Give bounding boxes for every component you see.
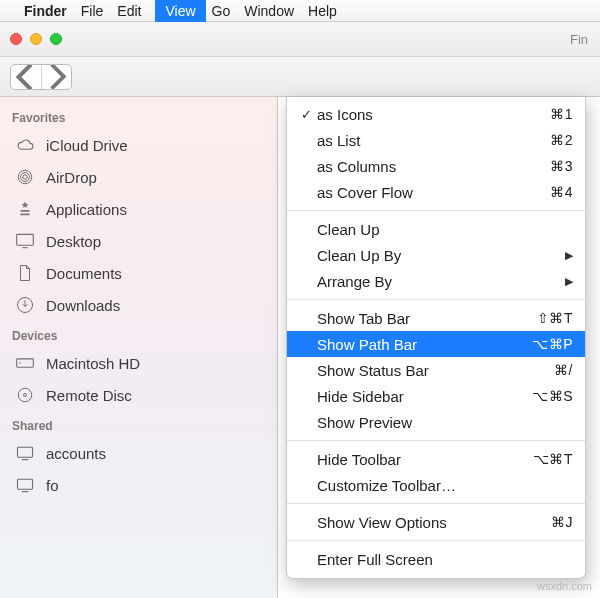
menu-item-label: Show View Options bbox=[315, 514, 551, 531]
sidebar-item-icloud-drive[interactable]: iCloud Drive bbox=[0, 129, 277, 161]
window-titlebar: Fin bbox=[0, 22, 600, 57]
menu-item-label: Hide Sidebar bbox=[315, 388, 532, 405]
sidebar-item-label: Downloads bbox=[46, 297, 120, 314]
menu-item-show-tab-bar[interactable]: Show Tab Bar ⇧⌘T bbox=[287, 305, 585, 331]
sidebar-item-label: accounts bbox=[46, 445, 106, 462]
sidebar-item-remote-disc[interactable]: Remote Disc bbox=[0, 379, 277, 411]
toolbar bbox=[0, 57, 600, 97]
forward-button[interactable] bbox=[41, 65, 71, 89]
menu-item-label: Show Path Bar bbox=[315, 336, 532, 353]
menubar: Finder File Edit View Go Window Help bbox=[0, 0, 600, 22]
menu-separator bbox=[287, 210, 585, 211]
menu-separator bbox=[287, 503, 585, 504]
sidebar-item-label: Documents bbox=[46, 265, 122, 282]
sidebar-item-label: Macintosh HD bbox=[46, 355, 140, 372]
sidebar-item-desktop[interactable]: Desktop bbox=[0, 225, 277, 257]
menu-window[interactable]: Window bbox=[244, 3, 294, 19]
menu-edit[interactable]: Edit bbox=[117, 3, 141, 19]
menu-item-shortcut: ⌘4 bbox=[550, 184, 573, 200]
menu-item-shortcut: ⌘1 bbox=[550, 106, 573, 122]
titlebar-text-partial: Fin bbox=[570, 32, 590, 47]
svg-point-1 bbox=[21, 173, 30, 182]
menu-item-hide-sidebar[interactable]: Hide Sidebar ⌥⌘S bbox=[287, 383, 585, 409]
menu-item-as-list[interactable]: as List ⌘2 bbox=[287, 127, 585, 153]
menu-item-label: Customize Toolbar… bbox=[315, 477, 573, 494]
submenu-arrow-icon: ▶ bbox=[565, 249, 573, 262]
disc-icon bbox=[14, 385, 36, 405]
server-icon bbox=[14, 475, 36, 495]
sidebar-item-label: Remote Disc bbox=[46, 387, 132, 404]
menu-item-as-icons[interactable]: ✓ as Icons ⌘1 bbox=[287, 101, 585, 127]
close-button[interactable] bbox=[10, 33, 22, 45]
hd-icon bbox=[14, 353, 36, 373]
menu-item-clean-up-by[interactable]: Clean Up By ▶ bbox=[287, 242, 585, 268]
watermark: wsxdn.com bbox=[537, 580, 592, 592]
traffic-lights bbox=[10, 33, 62, 45]
applications-icon bbox=[14, 199, 36, 219]
menu-item-label: Show Status Bar bbox=[315, 362, 554, 379]
menu-item-shortcut: ⌥⌘P bbox=[532, 336, 573, 352]
menu-item-label: Enter Full Screen bbox=[315, 551, 573, 568]
svg-point-7 bbox=[18, 388, 32, 402]
menu-file[interactable]: File bbox=[81, 3, 104, 19]
menu-item-arrange-by[interactable]: Arrange By ▶ bbox=[287, 268, 585, 294]
nav-segment bbox=[10, 64, 72, 90]
menu-item-as-columns[interactable]: as Columns ⌘3 bbox=[287, 153, 585, 179]
menu-item-show-status-bar[interactable]: Show Status Bar ⌘/ bbox=[287, 357, 585, 383]
menu-item-show-view-options[interactable]: Show View Options ⌘J bbox=[287, 509, 585, 535]
menu-view[interactable]: View bbox=[155, 0, 205, 22]
menu-item-label: Show Preview bbox=[315, 414, 573, 431]
sidebar-item-accounts[interactable]: accounts bbox=[0, 437, 277, 469]
sidebar-item-label: AirDrop bbox=[46, 169, 97, 186]
minimize-button[interactable] bbox=[30, 33, 42, 45]
menu-item-customize-toolbar[interactable]: Customize Toolbar… bbox=[287, 472, 585, 498]
menu-item-show-preview[interactable]: Show Preview bbox=[287, 409, 585, 435]
menu-item-shortcut: ⌘J bbox=[551, 514, 573, 530]
menu-item-label: Clean Up By bbox=[315, 247, 559, 264]
menu-item-shortcut: ⌘2 bbox=[550, 132, 573, 148]
menu-item-shortcut: ⌥⌘S bbox=[532, 388, 573, 404]
airdrop-icon bbox=[14, 167, 36, 187]
menu-item-shortcut: ⌘/ bbox=[554, 362, 573, 378]
sidebar-item-airdrop[interactable]: AirDrop bbox=[0, 161, 277, 193]
menu-item-label: as Cover Flow bbox=[315, 184, 550, 201]
sidebar-item-applications[interactable]: Applications bbox=[0, 193, 277, 225]
menu-item-shortcut: ⇧⌘T bbox=[537, 310, 573, 326]
menu-item-label: Arrange By bbox=[315, 273, 559, 290]
menu-item-clean-up[interactable]: Clean Up bbox=[287, 216, 585, 242]
zoom-button[interactable] bbox=[50, 33, 62, 45]
menu-help[interactable]: Help bbox=[308, 3, 337, 19]
back-button[interactable] bbox=[11, 65, 41, 89]
view-menu-dropdown: ✓ as Icons ⌘1 as List ⌘2 as Columns ⌘3 a… bbox=[286, 97, 586, 579]
downloads-icon bbox=[14, 295, 36, 315]
sidebar-item-macintosh-hd[interactable]: Macintosh HD bbox=[0, 347, 277, 379]
menu-item-as-cover-flow[interactable]: as Cover Flow ⌘4 bbox=[287, 179, 585, 205]
menu-item-label: Hide Toolbar bbox=[315, 451, 533, 468]
menu-item-label: Clean Up bbox=[315, 221, 573, 238]
sidebar: Favorites iCloud Drive AirDrop Applicati… bbox=[0, 97, 278, 598]
menu-item-label: as Columns bbox=[315, 158, 550, 175]
cloud-icon bbox=[14, 135, 36, 155]
svg-rect-9 bbox=[18, 447, 33, 457]
sidebar-item-label: Desktop bbox=[46, 233, 101, 250]
sidebar-item-documents[interactable]: Documents bbox=[0, 257, 277, 289]
sidebar-item-label: Applications bbox=[46, 201, 127, 218]
menu-item-shortcut: ⌘3 bbox=[550, 158, 573, 174]
sidebar-item-fo[interactable]: fo bbox=[0, 469, 277, 501]
documents-icon bbox=[14, 263, 36, 283]
menu-item-show-path-bar[interactable]: Show Path Bar ⌥⌘P bbox=[287, 331, 585, 357]
svg-rect-10 bbox=[18, 479, 33, 489]
menu-item-shortcut: ⌥⌘T bbox=[533, 451, 573, 467]
svg-point-0 bbox=[23, 175, 28, 180]
sidebar-heading-devices: Devices bbox=[0, 321, 277, 347]
menu-go[interactable]: Go bbox=[212, 3, 231, 19]
sidebar-item-downloads[interactable]: Downloads bbox=[0, 289, 277, 321]
menu-item-label: as Icons bbox=[315, 106, 550, 123]
menu-item-enter-full-screen[interactable]: Enter Full Screen bbox=[287, 546, 585, 572]
menu-item-label: as List bbox=[315, 132, 550, 149]
menubar-app-name[interactable]: Finder bbox=[24, 3, 67, 19]
svg-point-6 bbox=[19, 362, 21, 364]
svg-point-8 bbox=[24, 394, 27, 397]
svg-rect-3 bbox=[17, 234, 34, 245]
menu-item-hide-toolbar[interactable]: Hide Toolbar ⌥⌘T bbox=[287, 446, 585, 472]
